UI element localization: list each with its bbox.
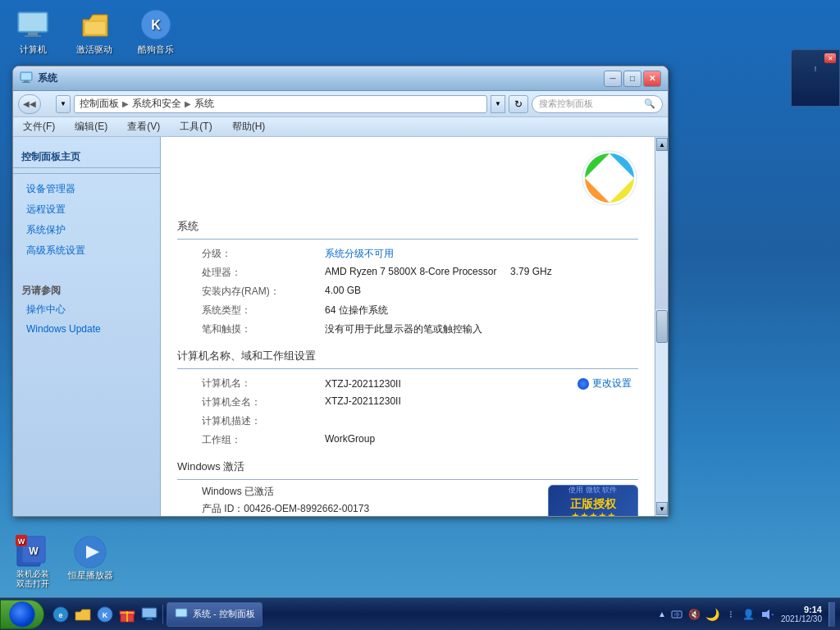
menu-view[interactable]: 查看(V) <box>124 118 163 135</box>
svg-rect-2 <box>28 32 38 35</box>
sidebar-system-protection[interactable]: 系统保护 <box>13 220 160 240</box>
menu-edit[interactable]: 编辑(E) <box>71 118 111 135</box>
sidebar-home[interactable]: 控制面板主页 <box>13 145 160 168</box>
sidebar-device-manager[interactable]: 设备管理器 <box>13 179 160 199</box>
svg-rect-34 <box>176 609 186 616</box>
scroll-down-button[interactable]: ▼ <box>656 502 668 515</box>
svg-rect-31 <box>147 618 152 619</box>
quick-launch: e K <box>48 605 163 624</box>
search-box[interactable]: 搜索控制面板 🔍 <box>532 95 663 113</box>
driver-desktop-icon[interactable]: 激活驱动 <box>70 8 119 56</box>
svg-rect-4 <box>84 21 106 34</box>
svg-text:K: K <box>103 611 108 619</box>
svg-rect-1 <box>20 14 46 30</box>
start-button[interactable] <box>0 600 44 629</box>
ql-gift-icon[interactable] <box>117 605 137 624</box>
media-player-icon[interactable]: 恒星播放器 <box>66 535 115 589</box>
svg-text:×: × <box>771 612 774 617</box>
svg-text:e: e <box>58 611 62 619</box>
content-area: 控制面板主页 设备管理器 远程设置 系统保护 高级系统设置 另请参阅 操作中心 … <box>13 137 668 516</box>
sidebar-remote-settings[interactable]: 远程设置 <box>13 199 160 220</box>
tray-speaker-icon[interactable]: × <box>760 607 774 622</box>
background-window: ✕ ! <box>791 49 840 107</box>
windows-logo <box>177 145 638 211</box>
computer-name-label: 计算机名： <box>177 374 300 393</box>
pen-value: 没有可用于此显示器的笔或触控输入 <box>300 320 638 339</box>
desktop-icons: 计算机 激活驱动 K 酷狗音乐 <box>8 8 180 56</box>
tray-volume-icon[interactable]: 🔇 <box>687 607 702 622</box>
main-content: 系统 分级： 系统分级不可用 处理器： AMD Ryzen 7 5800X 8-… <box>161 137 655 516</box>
computer-desc-row: 计算机描述： <box>177 412 638 431</box>
badge-main: 正版授权 <box>570 497 616 511</box>
path-segment-1: 控制面板 <box>80 97 119 111</box>
svg-text:K: K <box>151 18 161 32</box>
sidebar-windows-update[interactable]: Windows Update <box>13 320 160 338</box>
workgroup-value: WorkGroup <box>300 431 638 450</box>
back-button[interactable]: ◀◀ <box>18 94 41 114</box>
tray-network-icon[interactable]: 中 <box>669 607 684 622</box>
taskbar: e K <box>0 597 840 630</box>
rating-label: 分级： <box>177 244 300 263</box>
menu-file[interactable]: 文件(F) <box>20 118 58 135</box>
taskbar-items: 系统 - 控制面板 <box>163 602 653 627</box>
tray-clock[interactable]: 9:14 2021/12/30 <box>778 605 825 623</box>
change-settings-link[interactable]: 更改设置 <box>578 377 632 390</box>
tray-expand-arrow[interactable]: ▲ <box>658 609 666 619</box>
svg-text:W: W <box>18 537 25 546</box>
nav-dropdown[interactable]: ▼ <box>56 95 71 113</box>
rating-row: 分级： 系统分级不可用 <box>177 244 638 263</box>
tray-dots-icon[interactable]: ⁝ <box>724 607 738 622</box>
rating-value[interactable]: 系统分级不可用 <box>300 244 638 263</box>
taskbar-item-label: 系统 - 控制面板 <box>193 608 255 620</box>
section-divider-2 <box>177 368 638 369</box>
show-desktop-button[interactable] <box>829 602 835 627</box>
title-bar-icon <box>20 71 33 86</box>
address-path[interactable]: 控制面板 ▶ 系统和安全 ▶ 系统 <box>74 95 487 113</box>
ql-kk-icon[interactable]: K <box>95 605 115 624</box>
scroll-up-button[interactable]: ▲ <box>656 138 668 151</box>
minimize-button[interactable]: ─ <box>604 71 622 87</box>
tray-moon-icon[interactable]: 🌙 <box>705 607 720 622</box>
search-icon[interactable]: 🔍 <box>644 98 655 109</box>
address-dropdown[interactable]: ▼ <box>491 95 505 113</box>
sidebar-advanced-settings[interactable]: 高级系统设置 <box>13 240 160 261</box>
badge-top: 使用 微软 软件 <box>568 485 617 495</box>
bg-close-button[interactable]: ✕ <box>824 53 836 63</box>
ql-monitor-icon[interactable] <box>139 605 159 624</box>
computer-desktop-icon[interactable]: 计算机 <box>8 8 57 56</box>
title-bar: 系统 ─ □ ✕ <box>13 66 668 91</box>
workgroup-label: 工作组： <box>177 431 300 450</box>
processor-value: AMD Ryzen 7 5800X 8-Core Processor 3.79 … <box>300 263 638 282</box>
workgroup-row: 工作组： WorkGroup <box>177 431 638 450</box>
section-divider-1 <box>177 239 638 240</box>
ram-label: 安装内存(RAM)： <box>177 282 300 301</box>
menu-tools[interactable]: 工具(T) <box>176 118 215 135</box>
sidebar: 控制面板主页 设备管理器 远程设置 系统保护 高级系统设置 另请参阅 操作中心 … <box>13 137 161 516</box>
ql-ie-icon[interactable]: e <box>51 605 71 624</box>
close-button[interactable]: ✕ <box>643 71 661 87</box>
word-install-icon[interactable]: W W 装机必装双击打开 <box>8 535 57 589</box>
computer-info-table: 计算机名： XTZJ-20211230II 更改设置 计算机全名： <box>177 374 638 450</box>
tray-date: 2021/12/30 <box>781 614 822 623</box>
kk-music-desktop-icon[interactable]: K 酷狗音乐 <box>131 8 180 56</box>
menu-help[interactable]: 帮助(H) <box>229 118 269 135</box>
scroll-thumb[interactable] <box>656 310 668 343</box>
ram-value: 4.00 GB <box>300 282 638 301</box>
computer-section-title: 计算机名称、域和工作组设置 <box>177 349 638 363</box>
activation-section-title: Windows 激活 <box>177 459 638 474</box>
tray-user-icon[interactable]: 👤 <box>742 607 756 622</box>
ql-folder-icon[interactable] <box>73 605 93 624</box>
ram-row: 安装内存(RAM)： 4.00 GB <box>177 282 638 301</box>
refresh-button[interactable]: ↻ <box>509 95 528 113</box>
svg-rect-32 <box>145 619 153 620</box>
scrollbar[interactable]: ▲ ▼ <box>655 137 668 516</box>
computer-desc-value <box>300 412 638 431</box>
taskbar-window-item[interactable]: 系统 - 控制面板 <box>167 602 262 627</box>
sidebar-also-label: 另请参阅 <box>13 277 160 299</box>
system-window: 系统 ─ □ ✕ ◀◀ ▼ 控制面板 ▶ 系统和安全 ▶ 系统 <box>12 66 669 517</box>
sidebar-action-center[interactable]: 操作中心 <box>13 299 160 320</box>
svg-rect-8 <box>21 73 31 80</box>
maximize-button[interactable]: □ <box>623 71 641 87</box>
svg-rect-3 <box>25 35 41 37</box>
computer-fullname-label: 计算机全名： <box>177 393 300 412</box>
